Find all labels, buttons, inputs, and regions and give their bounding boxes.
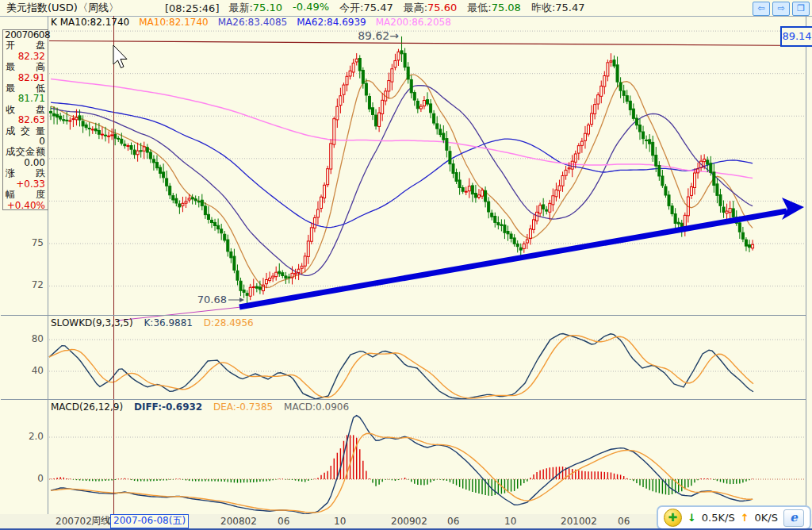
trading-app-window: 美元指数(USD)〈周线〉 [08:25:46] 最新:75.10-0.49%今… [0,0,812,530]
svg-text:70.68: 70.68 [197,294,227,305]
macd-header: MACD(26,12,9) DIFF:-0.6932 DEA:-0.7385 M… [51,401,357,413]
ma-parameter-row: K MA10:82.1740MA10:82.1740MA26:83.4085MA… [51,17,461,28]
info-field-label: 成交量 [3,126,48,136]
axis-label: 72 [0,279,44,290]
axis-label: 2.0 [0,431,44,442]
axis-label: 0 [0,473,44,484]
selected-date-box: 2007-06-08(五) [110,514,189,528]
mouse-cursor [113,45,127,68]
info-field-label: 最高 [3,62,48,72]
network-speed-widget[interactable]: ✚ ↓ 0.5K/S ↑ 0K/S e [657,505,811,530]
date-tick: 06 [278,515,289,528]
download-arrow-icon: ↓ [688,512,696,524]
ma-param: MA10:82.1740 [139,17,209,28]
date-tick: 200702 [56,515,92,528]
price-line-label: 89.14 [780,26,812,47]
quote-time: [08:25:46] [165,2,220,14]
quote-fields: 最新:75.10-0.49%今开:75.47最高:75.60最低:75.08昨收… [228,1,595,15]
info-field-value: 82.32 [3,52,48,62]
quote-field: 昨收:75.47 [531,1,585,15]
info-field-value: 0.00 [3,158,48,168]
quote-field: 最高:75.60 [404,1,458,15]
date-tick: 06 [447,515,459,528]
ma-param: MA26:83.4085 [218,17,288,28]
date-tick: 200802 [220,515,257,528]
info-field-value: 82.63 [3,115,48,125]
info-field-label: 成交金额 [3,147,48,157]
nav-buttons: ⇦⇨❐ [753,2,810,16]
info-field-value: 81.71 [3,94,48,104]
windows-button[interactable]: ❐ [792,2,810,16]
top-quote-bar: 美元指数(USD)〈周线〉 [08:25:46] 最新:75.10-0.49%今… [0,0,812,17]
slowkd-header: SLOWKD(9,3,3,5) K:36.9881 D:28.4956 [51,317,262,328]
macd-title: MACD(26,12,9) [51,401,123,413]
date-tick: 201002 [561,515,597,528]
date-tick: 10 [334,515,346,528]
date-tick: 06 [618,515,630,528]
date-tick: 10 [504,515,516,528]
info-field-label: 开盘 [3,40,48,51]
ma-param: MA62:84.6939 [297,17,366,28]
axis-label: 80 [0,333,44,344]
ma-param: MA200:86.2058 [376,17,451,28]
quote-field: 最新:75.10 [228,1,282,15]
axis-label: 40 [0,365,44,376]
axis-label: 75 [0,237,44,248]
info-field-value: 82.91 [3,73,48,83]
download-manager-icon[interactable]: ✚ [664,509,682,527]
slowkd-title: SLOWKD(9,3,3,5) [51,317,133,328]
slowkd-d-value: D:28.4956 [204,317,254,328]
quote-field: 最低:75.08 [467,1,521,15]
ma-param: K MA10:82.1740 [51,17,129,28]
macd-diff-value: DIFF:-0.6932 [134,401,202,413]
instrument-title: 美元指数(USD)〈周线〉 [6,1,119,15]
info-field-label: 收盘 [3,105,48,115]
macd-dea-value: DEA:-0.7385 [213,401,273,413]
date-tick: 200902 [391,515,427,528]
selected-date: 20070608 [3,30,48,40]
svg-text:89.62→: 89.62→ [358,29,399,42]
info-field-value: +0.40% [3,201,48,211]
quote-field: 今开:75.47 [339,1,393,15]
upload-speed: 0K/S [755,512,778,524]
download-speed: 0.5K/S [702,512,735,524]
info-field-label: 最低 [3,83,48,94]
info-field-label: 幅度 [3,190,48,200]
macd-macd-value: MACD:0.0906 [284,401,349,413]
internet-explorer-icon[interactable]: e [783,509,804,527]
forward-button[interactable]: ⇨ [772,2,790,16]
back-button[interactable]: ⇦ [753,2,770,16]
slowkd-k-value: K:36.9881 [144,317,193,328]
upload-arrow-icon: ↑ [741,512,749,524]
quote-info-panel: 20070608 开盘82.32最高82.91最低81.71收盘82.63成交量… [2,29,48,210]
info-field-value: 0 [3,136,48,147]
info-field-label: 涨跌 [3,168,48,179]
chart-canvas[interactable]: 89.62→70.68 [0,0,812,530]
quote-field: -0.49% [293,1,329,15]
info-field-value: +0.33 [3,179,48,190]
